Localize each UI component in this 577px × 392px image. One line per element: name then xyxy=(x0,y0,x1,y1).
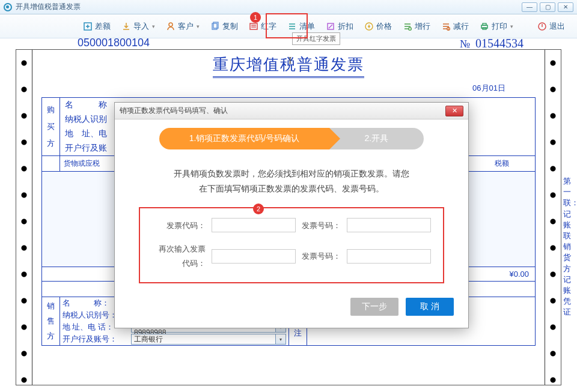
import-label: 导入 xyxy=(133,21,149,32)
print-icon xyxy=(480,22,489,31)
price-icon xyxy=(364,22,374,31)
app-icon xyxy=(4,3,12,11)
copy-button[interactable]: 复制 xyxy=(206,19,243,34)
del-row-icon xyxy=(441,22,451,31)
next-button[interactable]: 下一步 xyxy=(350,298,398,316)
invoice-number: 01544534 xyxy=(475,38,524,50)
del-row-label: 减行 xyxy=(453,21,469,32)
import-icon xyxy=(121,22,131,31)
buyer-name-label: 名 称 xyxy=(65,100,107,109)
annotation-badge-2: 2 xyxy=(253,204,264,214)
buyer-bank-label: 开户行及账 xyxy=(65,143,107,152)
red-label: 红字 xyxy=(261,21,276,32)
diff-icon xyxy=(83,22,93,31)
diff-button[interactable]: 差额 xyxy=(78,19,115,34)
list-icon xyxy=(287,22,297,31)
discount-button[interactable]: 折扣 xyxy=(321,19,358,34)
list-label: 清单 xyxy=(299,21,315,32)
dialog-title: 销项正数发票代码号码填写、确认 xyxy=(120,106,445,116)
tax-column-header: 税额 xyxy=(469,156,535,171)
buyer-addr-label: 地 址、电 xyxy=(65,129,107,138)
invoice-code2-input[interactable] xyxy=(212,249,296,264)
annotation-badge-1: 1 xyxy=(250,12,261,23)
window-minimize-button[interactable]: — xyxy=(522,2,537,12)
red-invoice-dialog: 销项正数发票代码号码填写、确认 ✕ 1.销项正数发票代码/号码确认 2.开具 开… xyxy=(114,102,469,328)
step-1-active: 1.销项正数发票代码/号码确认 xyxy=(159,128,329,149)
customer-button[interactable]: 客户▾ xyxy=(161,19,204,34)
buyer-taxid-label: 纳税人识别 xyxy=(65,115,107,124)
buyer-section-label: 购买方 xyxy=(42,98,60,155)
seller-bank-label: 开户行及账号： xyxy=(63,334,129,345)
window-titlebar: 开具增值税普通发票 — ▢ ✕ xyxy=(0,0,577,14)
copy-description: 第一联：记账联 销货方记账凭证 xyxy=(563,176,573,318)
discount-label: 折扣 xyxy=(338,21,353,32)
step-2-inactive: 2.开具 xyxy=(329,128,424,149)
seller-bank-dropdown[interactable]: ▾ xyxy=(275,334,286,345)
text-cursor-icon: I xyxy=(288,55,292,66)
dialog-close-button[interactable]: ✕ xyxy=(445,106,463,116)
exit-icon xyxy=(537,22,547,31)
customer-label: 客户 xyxy=(178,21,194,32)
invoice-code-input[interactable] xyxy=(212,218,296,232)
invoice-date: 06月01日 xyxy=(472,83,505,92)
dialog-hint-line2: 在下面填写销项正数发票的发票代码、发票号码。 xyxy=(139,181,444,196)
sum-value: ¥0.00 xyxy=(469,270,535,279)
svg-rect-4 xyxy=(250,23,257,29)
svg-point-1 xyxy=(169,23,172,26)
red-icon xyxy=(249,22,258,31)
invoice-num-input[interactable] xyxy=(347,218,431,232)
print-button[interactable]: 打印▾ xyxy=(475,19,518,34)
invoice-code2-label: 再次输入发票代码： xyxy=(152,242,206,270)
svg-rect-10 xyxy=(483,23,486,25)
add-row-label: 增行 xyxy=(415,21,430,32)
red-button[interactable]: 红字 xyxy=(244,19,281,34)
cancel-button[interactable]: 取 消 xyxy=(406,298,454,316)
invoice-num2-input[interactable] xyxy=(347,249,431,264)
invoice-code: 050001800104 xyxy=(78,38,150,50)
exit-button[interactable]: 退出 xyxy=(533,19,570,34)
del-row-button[interactable]: 减行 xyxy=(436,19,474,34)
copy-icon xyxy=(210,22,220,31)
dialog-hint-line1: 开具销项负数发票时，您必须找到相对应的销项正数发票。请您 xyxy=(139,166,444,181)
window-close-button[interactable]: ✕ xyxy=(558,2,573,12)
window-maximize-button[interactable]: ▢ xyxy=(540,2,555,12)
seller-bank-input[interactable]: 工商银行 xyxy=(131,334,275,345)
diff-label: 差额 xyxy=(95,21,111,32)
seller-section-label: 销售方 xyxy=(42,297,60,345)
discount-icon xyxy=(326,22,335,31)
list-button[interactable]: 清单 xyxy=(282,19,320,34)
main-toolbar: 差额 导入▾ 客户▾ 复制 红字 清单 折扣 价格 增行 减行 打印▾ xyxy=(0,14,577,38)
invoice-num2-label: 发票号码： xyxy=(302,249,341,263)
invoice-no-prefix: № xyxy=(460,38,470,50)
invoice-num-label: 发票号码： xyxy=(302,219,341,232)
add-row-icon xyxy=(403,22,412,31)
invoice-code-label: 发票代码： xyxy=(152,219,206,232)
import-button[interactable]: 导入▾ xyxy=(117,19,160,34)
red-button-tooltip: 开具红字发票 xyxy=(292,32,340,45)
price-button[interactable]: 价格 xyxy=(359,19,397,34)
annotation-box-2: 发票代码： 发票号码： 再次输入发票代码： 发票号码： xyxy=(139,207,444,283)
print-label: 打印 xyxy=(492,21,507,32)
add-row-button[interactable]: 增行 xyxy=(398,19,435,34)
exit-label: 退出 xyxy=(549,21,565,32)
customer-icon xyxy=(166,22,176,31)
copy-label: 复制 xyxy=(222,21,238,32)
window-title: 开具增值税普通发票 xyxy=(16,2,522,12)
price-label: 价格 xyxy=(376,21,392,32)
